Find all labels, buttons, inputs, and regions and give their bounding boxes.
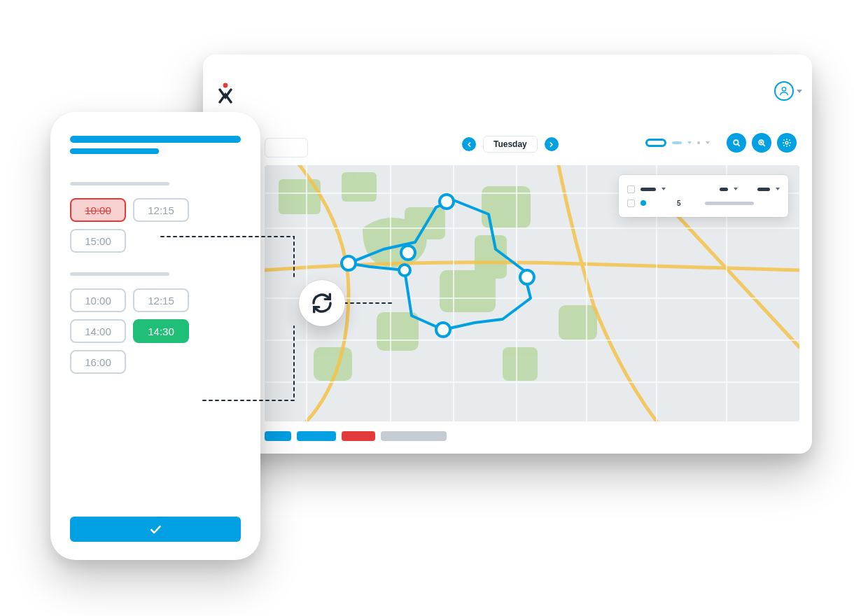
chip[interactable] (265, 431, 291, 441)
time-slot[interactable]: 16:00 (70, 350, 126, 374)
chip[interactable] (381, 431, 447, 441)
svg-point-2 (734, 140, 738, 145)
svg-rect-18 (503, 347, 538, 381)
phone-title-bar (70, 136, 241, 143)
svg-point-8 (785, 141, 788, 144)
app-header (203, 55, 812, 125)
settings-button[interactable] (777, 133, 797, 153)
zoom-in-button[interactable] (752, 133, 771, 153)
legend-route-count: 5 (677, 200, 681, 207)
phone-mock: 10:00 12:15 15:00 10:00 12:15 14:00 14:3… (50, 112, 260, 560)
svg-rect-11 (342, 172, 377, 202)
date-label[interactable]: Tuesday (483, 136, 538, 153)
svg-point-36 (436, 323, 450, 337)
svg-point-34 (401, 246, 415, 260)
legend-checkbox[interactable] (627, 186, 635, 193)
search-zoom-button[interactable] (727, 133, 746, 153)
app-logo (217, 83, 234, 104)
group-divider (70, 272, 169, 276)
svg-point-35 (520, 270, 534, 284)
svg-point-1 (782, 88, 785, 91)
refresh-badge[interactable] (299, 280, 345, 326)
time-slot[interactable]: 12:15 (133, 198, 189, 222)
time-slot-selected[interactable]: 14:30 (133, 319, 189, 343)
svg-rect-17 (559, 305, 597, 340)
svg-line-3 (737, 144, 739, 146)
svg-line-5 (762, 144, 764, 146)
svg-point-33 (440, 195, 454, 209)
toolbar-right (645, 133, 797, 153)
toolbar: Tuesday (203, 132, 812, 164)
svg-point-32 (342, 256, 356, 270)
route-toggle-pill[interactable] (645, 139, 666, 147)
svg-rect-19 (475, 235, 507, 279)
map-viewport[interactable]: 5 (265, 165, 799, 421)
refresh-icon (310, 291, 334, 315)
date-navigator: Tuesday (462, 136, 559, 153)
chevron-down-icon (706, 141, 710, 144)
dot-separator (697, 141, 700, 144)
svg-point-0 (223, 83, 228, 88)
browser-window: Tuesday (203, 55, 812, 454)
search-input[interactable] (265, 138, 308, 158)
time-slot[interactable]: 10:00 (70, 288, 126, 312)
time-slot[interactable]: 12:15 (133, 288, 189, 312)
legend-route-dot (640, 200, 646, 206)
legend-checkbox[interactable] (627, 200, 635, 207)
next-day-button[interactable] (545, 137, 559, 151)
avatar-caret-icon[interactable] (797, 90, 802, 93)
check-icon (148, 522, 162, 536)
time-slot[interactable]: 15:00 (70, 229, 126, 253)
chevron-down-icon (687, 141, 692, 144)
time-slot-cancelled[interactable]: 10:00 (70, 198, 126, 222)
svg-point-37 (399, 265, 410, 276)
filter-pill[interactable] (672, 141, 682, 144)
status-chips (265, 431, 447, 441)
chip[interactable] (297, 431, 336, 441)
phone-subtitle-bar (70, 148, 159, 154)
time-slot[interactable]: 14:00 (70, 319, 126, 343)
confirm-button[interactable] (70, 517, 241, 542)
prev-day-button[interactable] (462, 137, 476, 151)
svg-rect-15 (377, 312, 419, 351)
avatar[interactable] (774, 81, 794, 101)
chip[interactable] (342, 431, 375, 441)
map-legend: 5 (619, 175, 788, 217)
group-divider (70, 182, 169, 186)
